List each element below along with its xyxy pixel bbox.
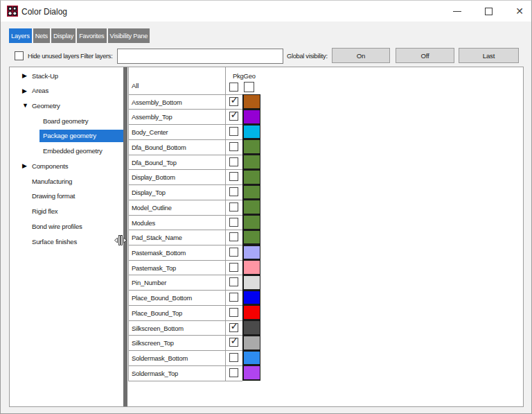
layer-row-label: Place_Bound_Top xyxy=(132,309,182,317)
table-gridline xyxy=(128,215,242,216)
tree-item-rigid-flex[interactable]: Rigid flex xyxy=(10,204,123,218)
visibility-checkbox-display_bottom[interactable] xyxy=(229,172,238,181)
horizontal-resize-cursor xyxy=(114,235,127,245)
color-swatch-assembly_top[interactable] xyxy=(244,110,260,123)
global-visibility-label: Global visibility: xyxy=(287,53,328,60)
table-gridline xyxy=(128,139,242,140)
visibility-checkbox-place_bound_top[interactable] xyxy=(229,308,238,317)
hide-unused-layers-label: Hide unused layers xyxy=(28,53,79,60)
visibility-checkbox-pin_number[interactable] xyxy=(229,277,238,286)
checkmark-icon: ✓ xyxy=(231,320,239,331)
all-visibility-checkbox[interactable] xyxy=(229,83,238,92)
tree-item-label: Stack-Up xyxy=(32,72,58,80)
visibility-checkbox-silkscreen_top[interactable]: ✓ xyxy=(229,338,238,347)
table-gridline xyxy=(128,381,242,381)
visibility-checkbox-pad_stack_name[interactable] xyxy=(229,232,238,241)
tab-display[interactable]: Display xyxy=(51,28,76,43)
color-swatch-silkscreen_bottom[interactable] xyxy=(244,321,260,334)
global-on-button[interactable]: On xyxy=(332,48,390,63)
visibility-checkbox-body_center[interactable] xyxy=(229,127,238,136)
tree-item-components[interactable]: ▶Components xyxy=(10,159,123,173)
layer-row-label: Silkscreen_Top xyxy=(132,339,174,347)
layer-row-label: Assembly_Bottom xyxy=(132,98,182,106)
layer-row-label: Assembly_Top xyxy=(132,113,172,121)
tree-item-bond-wire-profiles[interactable]: Bond wire profiles xyxy=(10,219,123,234)
tree-item-label: Surface finishes xyxy=(32,238,77,245)
visibility-checkbox-soldermask_top[interactable] xyxy=(229,368,238,377)
visibility-checkbox-assembly_top[interactable]: ✓ xyxy=(229,112,238,121)
tree-item-surface-finishes[interactable]: Surface finishes xyxy=(10,234,123,249)
visibility-checkbox-assembly_bottom[interactable]: ✓ xyxy=(229,97,238,106)
layer-row-label: Modules xyxy=(132,219,155,227)
color-swatch-pin_number[interactable] xyxy=(244,276,260,289)
table-gridline xyxy=(128,305,242,306)
color-swatch-assembly_bottom[interactable] xyxy=(244,95,260,108)
chevron-collapsed-icon[interactable]: ▶ xyxy=(22,162,27,169)
color-swatch-dfa_bound_top[interactable] xyxy=(244,155,260,169)
tree-item-package-geometry[interactable]: Package geometry xyxy=(10,128,123,143)
all-color-checkbox[interactable] xyxy=(244,82,254,92)
color-swatch-pastemask_top[interactable] xyxy=(244,261,260,274)
visibility-checkbox-display_top[interactable] xyxy=(229,187,238,196)
color-swatch-pastemask_bottom[interactable] xyxy=(244,246,260,259)
checkmark-icon: ✓ xyxy=(231,109,239,120)
minimize-button[interactable] xyxy=(442,1,472,21)
visibility-checkbox-place_bound_bottom[interactable] xyxy=(229,293,238,302)
color-swatch-silkscreen_top[interactable] xyxy=(244,336,260,350)
visibility-checkbox-silkscreen_bottom[interactable]: ✓ xyxy=(229,323,238,332)
tree-item-stack-up[interactable]: ▶Stack-Up xyxy=(10,69,123,83)
color-swatch-place_bound_bottom[interactable] xyxy=(244,291,260,304)
tab-nets[interactable]: Nets xyxy=(33,28,50,43)
color-swatch-soldermask_top[interactable] xyxy=(244,366,260,379)
visibility-checkbox-modules[interactable] xyxy=(229,218,238,227)
color-swatch-display_bottom[interactable] xyxy=(244,171,260,184)
layer-row-label: Pin_Number xyxy=(132,279,166,286)
table-gridline xyxy=(128,365,242,366)
visibility-checkbox-dfa_bound_top[interactable] xyxy=(229,157,238,166)
table-gridline xyxy=(128,350,242,351)
filter-layers-input[interactable] xyxy=(117,49,283,64)
color-swatch-body_center[interactable] xyxy=(244,126,260,139)
chevron-expanded-icon[interactable]: ▼ xyxy=(22,102,28,109)
visibility-checkbox-pastemask_top[interactable] xyxy=(229,263,238,272)
visibility-checkbox-model_outline[interactable] xyxy=(229,202,238,212)
layer-row-label: Dfa_Bound_Bottom xyxy=(132,144,186,151)
layer-row-label: Model_Outline xyxy=(132,204,172,212)
tree-item-areas[interactable]: ▶Areas xyxy=(10,83,123,98)
layer-row-label: Pastemask_Top xyxy=(132,264,176,272)
color-swatch-modules[interactable] xyxy=(244,216,260,229)
tree-item-drawing-format[interactable]: Drawing format xyxy=(10,189,123,203)
chevron-collapsed-icon[interactable]: ▶ xyxy=(22,87,27,94)
maximize-button[interactable] xyxy=(473,1,504,21)
table-gridline xyxy=(128,335,242,336)
visibility-checkbox-soldermask_bottom[interactable] xyxy=(229,353,238,362)
visibility-checkbox-dfa_bound_bottom[interactable] xyxy=(229,142,238,151)
filter-layers-label: Filter layers: xyxy=(80,53,112,60)
tree-item-label: Components xyxy=(32,162,68,170)
chevron-collapsed-icon[interactable]: ▶ xyxy=(22,72,27,79)
color-swatch-place_bound_top[interactable] xyxy=(244,306,260,319)
tree-item-manufacturing[interactable]: Manufacturing xyxy=(10,174,123,189)
tree-item-label: Manufacturing xyxy=(32,178,72,185)
tab-favorites[interactable]: Favorites xyxy=(77,28,106,43)
color-swatch-display_top[interactable] xyxy=(244,186,260,199)
layer-row-label: Dfa_Bound_Top xyxy=(132,159,177,166)
tree-item-board-geometry[interactable]: Board geometry xyxy=(10,114,123,128)
visibility-checkbox-pastemask_bottom[interactable] xyxy=(229,248,238,257)
table-gridline xyxy=(128,155,242,155)
global-off-button[interactable]: Off xyxy=(396,48,454,63)
hide-unused-layers-checkbox[interactable] xyxy=(15,51,24,60)
tree-item-embedded-geometry[interactable]: Embedded geometry xyxy=(10,144,123,158)
color-swatch-soldermask_bottom[interactable] xyxy=(244,352,260,365)
color-swatch-model_outline[interactable] xyxy=(244,200,260,214)
tab-visibility-pane[interactable]: Visibility Pane xyxy=(108,28,150,43)
tree-item-label: Embedded geometry xyxy=(43,147,103,155)
tree-item-geometry[interactable]: ▼Geometry xyxy=(10,98,123,113)
table-gridline xyxy=(128,320,242,321)
maximize-icon xyxy=(485,8,493,15)
tab-layers[interactable]: Layers xyxy=(9,28,32,43)
color-swatch-pad_stack_name[interactable] xyxy=(244,231,260,244)
global-last-button[interactable]: Last xyxy=(459,48,519,63)
close-button[interactable]: ✕ xyxy=(504,1,532,21)
color-swatch-dfa_bound_bottom[interactable] xyxy=(244,140,260,153)
